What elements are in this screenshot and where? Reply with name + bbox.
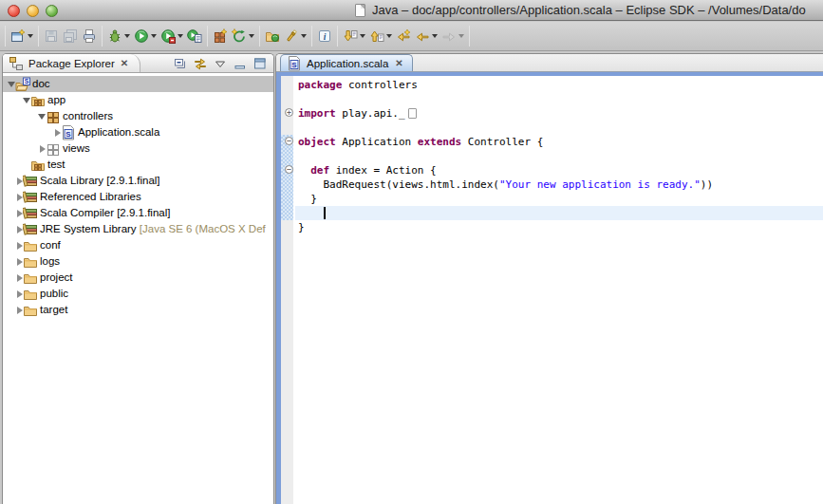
folded-region-icon[interactable] — [408, 108, 417, 119]
minimize-button[interactable] — [27, 5, 39, 17]
dropdown-arrow-icon[interactable] — [432, 34, 438, 38]
view-menu-button[interactable] — [213, 56, 228, 71]
fold-collapse-icon[interactable]: − — [285, 165, 293, 174]
new-wizard-button[interactable] — [9, 25, 35, 47]
dropdown-arrow-icon[interactable] — [249, 34, 254, 38]
code-token: } — [298, 221, 305, 233]
toolbar-separator — [259, 26, 260, 47]
title-bar: Java – doc/app/controllers/Application.s… — [0, 0, 823, 21]
forward-button — [440, 25, 466, 47]
code-token: index = Action { — [329, 164, 437, 177]
tree-item-label: app — [47, 94, 65, 105]
dropdown-arrow-icon[interactable] — [458, 34, 464, 38]
tree-item-application.scala[interactable]: SApplication.scala — [3, 124, 273, 140]
package-explorer-icon — [9, 56, 24, 71]
tree-item-app[interactable]: app — [3, 92, 273, 108]
open-type-button[interactable] — [263, 25, 282, 47]
tree-item-decorator: [Java SE 6 (MacOS X Def — [140, 223, 266, 234]
maximize-view-button[interactable] — [253, 56, 268, 71]
last-edit-location-button[interactable] — [394, 25, 413, 47]
tree-item-test[interactable]: test — [3, 157, 273, 173]
dropdown-arrow-icon[interactable] — [178, 34, 183, 38]
tree-item-label: logs — [40, 255, 60, 267]
dropdown-arrow-icon[interactable] — [360, 34, 365, 38]
tree-item-controllers[interactable]: controllers — [3, 108, 273, 124]
folder-icon — [23, 254, 38, 271]
save-button — [42, 25, 61, 47]
library-icon — [23, 174, 38, 191]
previous-annotation-button[interactable] — [367, 25, 394, 47]
tab-application-scala[interactable]: S Application.scala ✕ — [280, 54, 413, 71]
scala-project-icon: S — [15, 77, 30, 94]
tree-item-views[interactable]: views — [3, 140, 273, 157]
code-token: Controller { — [461, 136, 543, 148]
tree-item-doc[interactable]: Sdoc — [3, 76, 273, 92]
tree-item-label: doc — [32, 78, 50, 89]
minimize-view-button[interactable] — [233, 56, 248, 71]
dropdown-arrow-icon[interactable] — [301, 34, 307, 38]
close-tab-icon[interactable]: ✕ — [395, 59, 402, 68]
text-editor[interactable]: package controllersimport play.api._obje… — [276, 76, 823, 504]
next-annotation-button[interactable] — [341, 25, 367, 47]
debug-button[interactable] — [105, 25, 132, 47]
code-line[interactable]: object Application extends Controller { — [295, 135, 823, 149]
back-button[interactable] — [413, 25, 440, 47]
tree-item-scala-library-2.9.1.final-[interactable]: Scala Library [2.9.1.final] — [3, 173, 273, 189]
dropdown-arrow-icon[interactable] — [28, 34, 33, 38]
folder-icon — [23, 238, 38, 255]
library-icon — [23, 206, 38, 223]
tree-item-logs[interactable]: logs — [3, 253, 273, 270]
package-explorer-title: Package Explorer — [28, 58, 115, 69]
new-package-button[interactable] — [211, 25, 230, 47]
code-line[interactable]: } — [295, 192, 823, 206]
package-folder-icon — [30, 93, 46, 110]
code-line[interactable] — [295, 121, 823, 135]
code-line[interactable]: import play.api._ — [295, 106, 823, 121]
tree-item-target[interactable]: target — [3, 302, 273, 318]
tree-item-label: controllers — [63, 110, 113, 121]
close-view-icon[interactable]: ✕ — [121, 59, 128, 68]
dropdown-arrow-icon[interactable] — [151, 34, 157, 38]
external-tools-button[interactable] — [185, 25, 204, 47]
code-line[interactable] — [295, 149, 823, 163]
close-button[interactable] — [8, 5, 20, 17]
zoom-button[interactable] — [46, 5, 58, 17]
dropdown-arrow-icon[interactable] — [124, 34, 130, 38]
tree-item-conf[interactable]: conf — [3, 237, 273, 253]
print-button[interactable] — [80, 25, 99, 47]
search-button[interactable] — [282, 25, 309, 47]
editor-tab-row: S Application.scala ✕ — [276, 54, 823, 71]
tree-item-scala-compiler-2.9.1.final-[interactable]: Scala Compiler [2.9.1.final] — [3, 205, 273, 221]
keyword-token: object — [298, 136, 336, 148]
code-line[interactable]: } — [295, 220, 823, 234]
info-button[interactable]: i — [315, 25, 334, 47]
tree-item-project[interactable]: project — [3, 270, 273, 286]
tree-item-jre-system-library[interactable]: JRE System Library [Java SE 6 (MacOS X D… — [3, 221, 273, 237]
new-refresh-button[interactable] — [230, 25, 256, 47]
eclipse-window: Java – doc/app/controllers/Application.s… — [0, 0, 823, 504]
code-line[interactable] — [295, 206, 823, 220]
link-with-editor-button[interactable] — [193, 56, 208, 71]
code-token: } — [298, 193, 317, 205]
code-line[interactable]: BadRequest(views.html.index("Your new ap… — [295, 177, 823, 192]
tree-item-referenced-libraries[interactable]: Referenced Libraries — [3, 189, 273, 205]
code-line[interactable]: def index = Action { — [295, 163, 823, 177]
fold-expand-icon[interactable]: + — [285, 108, 293, 117]
toolbar-separator — [102, 26, 103, 47]
toolbar-group — [341, 25, 466, 47]
code-line[interactable]: package controllers — [295, 78, 823, 92]
collapse-all-button[interactable] — [173, 56, 188, 71]
text-caret — [324, 207, 326, 219]
run-button[interactable] — [132, 25, 159, 47]
tree-item-label: public — [40, 288, 68, 299]
code-line[interactable] — [295, 92, 823, 106]
fold-collapse-icon[interactable]: − — [285, 137, 293, 145]
tab-package-explorer[interactable]: Package Explorer ✕ — [3, 54, 140, 72]
run-history-button[interactable] — [159, 25, 185, 47]
string-token: "Your new application is ready." — [499, 178, 701, 191]
code-text[interactable]: package controllersimport play.api._obje… — [295, 78, 823, 234]
toolbar-separator — [311, 26, 312, 47]
dropdown-arrow-icon[interactable] — [386, 34, 392, 38]
toolbar-separator — [337, 26, 338, 47]
tree-item-public[interactable]: public — [3, 286, 273, 302]
